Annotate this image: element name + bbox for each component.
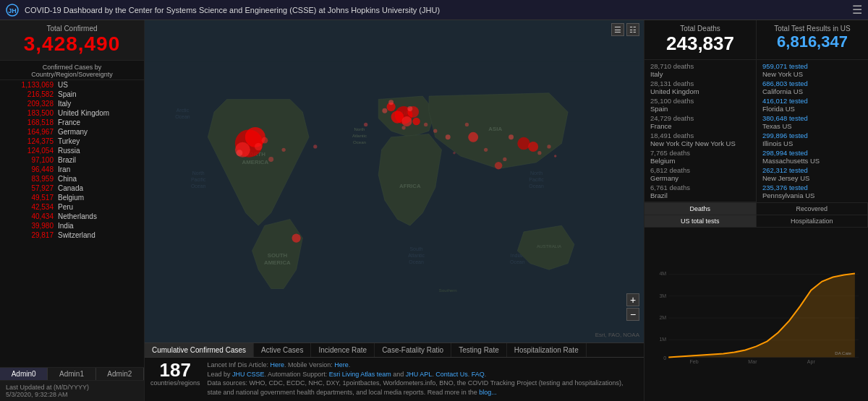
map-tab-1[interactable]: Active Cases <box>254 343 311 357</box>
right-tab-1[interactable]: Recovered <box>757 203 869 215</box>
world-map: Arctic Ocean North Pacific Ocean South P… <box>145 20 644 342</box>
zoom-out-btn[interactable]: − <box>626 308 639 321</box>
map-zoom[interactable]: + − <box>626 293 639 321</box>
svg-text:AMERICA: AMERICA <box>264 259 291 266</box>
list-item: 416,012 testedFlorida US <box>757 96 868 113</box>
jhu-logo: JH <box>6 4 19 17</box>
list-item[interactable]: 209,328Italy <box>0 99 144 108</box>
list-item[interactable]: 96,448Iran <box>0 165 144 174</box>
zoom-in-btn[interactable]: + <box>626 293 639 306</box>
svg-point-47 <box>509 134 514 139</box>
list-item: 24,729 deathsFrance <box>644 113 756 131</box>
country-count: 1,133,069 <box>7 81 58 89</box>
list-item[interactable]: 49,517Belgium <box>0 193 144 202</box>
list-item[interactable]: 183,500United Kingdom <box>0 108 144 118</box>
main-layout: Total Confirmed 3,428,490 Confirmed Case… <box>0 20 868 401</box>
country-name: Spain <box>58 90 77 98</box>
list-item[interactable]: 42,534Peru <box>0 202 144 212</box>
country-count: 209,328 <box>7 100 58 108</box>
svg-text:Pacific: Pacific <box>529 177 544 182</box>
country-count: 57,927 <box>7 184 58 192</box>
list-item[interactable]: 97,100Brazil <box>0 155 144 165</box>
svg-text:Atlantic: Atlantic <box>408 253 425 258</box>
list-item: 25,100 deathsSpain <box>644 96 756 113</box>
svg-point-40 <box>495 162 502 169</box>
svg-text:3M: 3M <box>659 293 666 298</box>
list-item[interactable]: 39,980India <box>0 221 144 230</box>
map-toggle[interactable]: ☰ ☷ <box>611 23 639 36</box>
svg-text:Mar: Mar <box>748 359 757 364</box>
last-updated-label: Last Updated at (M/D/YYYY) <box>6 384 138 391</box>
admin-tab-0[interactable]: Admin0 <box>0 368 48 380</box>
country-name: United Kingdom <box>58 109 109 117</box>
map-tab-3[interactable]: Case-Fatality Ratio <box>375 343 451 357</box>
svg-text:Apr: Apr <box>807 359 816 365</box>
list-item: 959,071 testedNew York US <box>757 61 868 79</box>
svg-text:Southern: Southern <box>439 288 457 293</box>
list-item: 6,761 deathsBrazil <box>644 183 756 200</box>
map-source: Esri, FAO, NOAA <box>595 332 639 338</box>
svg-text:SOUTH: SOUTH <box>268 252 288 259</box>
list-item[interactable]: 29,817Switzerland <box>0 230 144 240</box>
svg-point-49 <box>268 157 273 162</box>
country-name: France <box>58 118 80 126</box>
list-item[interactable]: 164,967Germany <box>0 127 144 137</box>
svg-text:AUSTRALIA: AUSTRALIA <box>537 243 562 249</box>
list-item[interactable]: 124,375Turkey <box>0 137 144 146</box>
header: JH COVID-19 Dashboard by the Center for … <box>0 0 868 20</box>
svg-text:Ocean: Ocean <box>175 114 190 119</box>
admin-tabs: Admin0Admin1Admin2 <box>0 367 144 380</box>
country-count: 183,500 <box>7 109 58 117</box>
country-count: 124,054 <box>7 147 58 155</box>
country-count: 124,375 <box>7 137 58 145</box>
total-confirmed-label: Total Confirmed <box>7 25 137 33</box>
list-item[interactable]: 1,133,069US <box>0 80 144 90</box>
list-item: 262,312 testedNew Jersey US <box>757 165 868 183</box>
map-tab-5[interactable]: Hospitalization Rate <box>507 343 587 357</box>
right-tabs: DeathsRecovered <box>644 202 868 215</box>
list-view-btn[interactable]: ☰ <box>611 23 624 36</box>
admin-tab-2[interactable]: Admin2 <box>96 368 144 380</box>
list-item: 235,376 testedPennsylvania US <box>757 183 868 200</box>
country-list[interactable]: 1,133,069US216,582Spain209,328Italy183,5… <box>0 80 144 367</box>
country-name: Netherlands <box>58 212 97 220</box>
svg-point-44 <box>446 134 451 139</box>
menu-icon[interactable]: ☰ <box>852 3 862 17</box>
svg-text:DA Cate: DA Cate <box>835 351 851 355</box>
map-container[interactable]: Arctic Ocean North Pacific Ocean South P… <box>145 20 644 342</box>
list-item[interactable]: 124,054Russia <box>0 146 144 155</box>
svg-point-48 <box>547 145 550 148</box>
svg-marker-80 <box>668 273 855 357</box>
svg-point-43 <box>412 118 420 125</box>
country-name: Italy <box>58 100 71 108</box>
map-tab-2[interactable]: Incidence Rate <box>311 343 375 357</box>
grid-view-btn[interactable]: ☷ <box>626 23 639 36</box>
svg-point-57 <box>537 151 541 155</box>
map-tab-4[interactable]: Testing Rate <box>451 343 507 357</box>
svg-text:Atlantic: Atlantic <box>352 133 367 138</box>
country-count: 49,517 <box>7 194 58 202</box>
right-panel: Total Deaths 243,837 Total Test Results … <box>644 20 868 401</box>
right-tab-0[interactable]: Deaths <box>644 203 757 215</box>
country-count: 29,817 <box>7 231 58 239</box>
list-item[interactable]: 40,434Netherlands <box>0 212 144 221</box>
country-name: Iran <box>58 165 70 173</box>
svg-point-52 <box>382 108 387 113</box>
map-tab-0[interactable]: Cumulative Confirmed Cases <box>145 343 254 357</box>
list-item[interactable]: 57,927Canada <box>0 184 144 193</box>
country-count: 96,448 <box>7 165 58 173</box>
deaths-value: 243,837 <box>650 33 750 55</box>
svg-text:Feb: Feb <box>690 359 699 364</box>
svg-point-46 <box>484 148 488 152</box>
country-count: 42,534 <box>7 203 58 211</box>
svg-point-58 <box>364 123 367 126</box>
list-item[interactable]: 168,518France <box>0 118 144 127</box>
list-item[interactable]: 83,959China <box>0 174 144 184</box>
right-tab2-1[interactable]: Hospitalization <box>757 215 869 227</box>
list-item[interactable]: 216,582Spain <box>0 90 144 99</box>
country-count: 216,582 <box>7 90 58 98</box>
country-name: India <box>58 222 74 230</box>
svg-text:South: South <box>409 246 422 251</box>
right-tab2-0[interactable]: US total tests <box>644 215 757 227</box>
admin-tab-1[interactable]: Admin1 <box>48 368 95 380</box>
